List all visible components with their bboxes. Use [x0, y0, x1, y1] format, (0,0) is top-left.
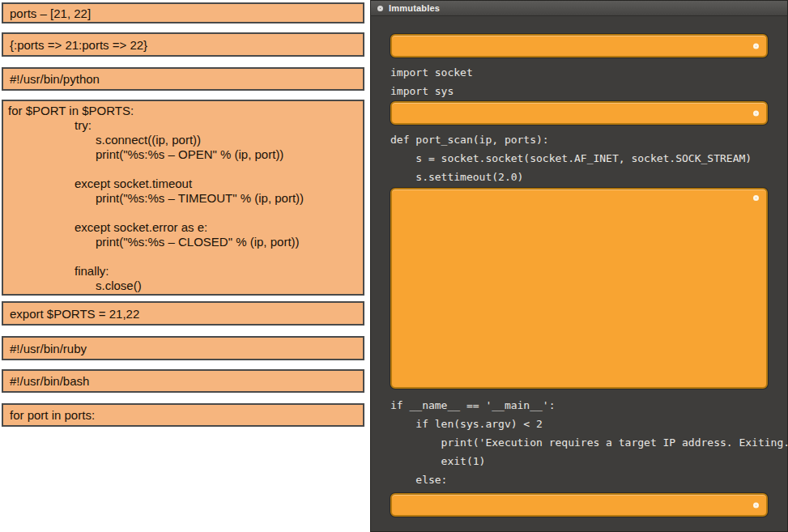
- code-line: for $PORT in $PORTS:: [3, 104, 363, 118]
- code-line: s.close(): [3, 279, 363, 293]
- dropzone-target-icon: [753, 110, 759, 116]
- dropzone-target-icon: [753, 43, 759, 49]
- panel-titlebar: Immutables: [371, 1, 787, 16]
- code-line-else: else:: [390, 470, 768, 489]
- main-guard-code-block: if __name__ == '__main__': if len(sys.ar…: [390, 396, 768, 489]
- blank-line: [3, 206, 363, 220]
- drag-token-shebang-bash[interactable]: #!/usr/bin/bash: [2, 369, 364, 393]
- window-bullet-icon: [377, 6, 383, 11]
- drag-token-export-ports[interactable]: export $PORTS = 21,22: [2, 301, 364, 326]
- dropzone-loop-body[interactable]: [390, 188, 768, 389]
- code-line-import-sys: import sys: [390, 82, 768, 100]
- code-line: except socket.error as e:: [3, 220, 363, 235]
- panel-body: import socket import sys def port_scan(i…: [371, 34, 787, 517]
- code-line-if-len-argv: if len(sys.argv) < 2: [390, 415, 768, 433]
- code-line: print("%s:%s – OPEN" % (ip, port)): [3, 147, 363, 162]
- drag-token-shebang-ruby[interactable]: #!/usr/bin/ruby: [2, 336, 364, 360]
- code-line: except socket.timeout: [3, 177, 363, 191]
- code-line: print("%s:%s – TIMEOUT" % (ip, port)): [3, 191, 363, 206]
- code-line: print("%s:%s – CLOSED" % (ip, port)): [3, 235, 363, 249]
- code-line-print-execution: print('Execution requires a target IP ad…: [390, 433, 768, 452]
- code-line: finally:: [3, 264, 363, 279]
- blank-line: [3, 162, 363, 177]
- drag-token-for-try-block[interactable]: for $PORT in $PORTS: try: s.connect((ip,…: [2, 100, 364, 296]
- drag-token-ports-list[interactable]: ports – [21, 22]: [2, 2, 364, 23]
- code-line-socket-create: s = socket.socket(socket.AF_INET, socket…: [390, 149, 768, 168]
- dropzone-else-body[interactable]: [390, 493, 768, 517]
- dropzone-target-icon: [753, 502, 759, 508]
- code-line-import-socket: import socket: [390, 63, 768, 82]
- code-line: s.connect((ip, port)): [3, 133, 363, 147]
- drag-token-shebang-python[interactable]: #!/usr/bin/python: [2, 67, 364, 91]
- dropzone-ports-definition[interactable]: [390, 101, 768, 125]
- port-scan-code-block: def port_scan(ip, ports): s = socket.soc…: [390, 130, 768, 186]
- dropzone-target-icon: [753, 195, 759, 201]
- drag-token-ruby-hash[interactable]: {:ports => 21:ports => 22}: [2, 32, 364, 57]
- drag-token-for-port[interactable]: for port in ports:: [2, 403, 364, 427]
- imports-code-block: import socket import sys: [390, 63, 768, 100]
- immutables-panel: Immutables import socket import sys def …: [370, 0, 788, 532]
- code-line-def-port-scan: def port_scan(ip, ports):: [390, 130, 768, 149]
- dropzone-shebang[interactable]: [390, 34, 768, 57]
- panel-title: Immutables: [389, 3, 440, 13]
- code-line: try:: [3, 118, 363, 133]
- blank-line: [3, 249, 363, 264]
- code-line-if-name-main: if __name__ == '__main__':: [390, 396, 768, 415]
- code-line-exit: exit(1): [390, 452, 768, 470]
- drag-drop-question-canvas: ports – [21, 22] {:ports => 21:ports => …: [0, 0, 788, 532]
- code-line-settimeout: s.settimeout(2.0): [390, 168, 768, 186]
